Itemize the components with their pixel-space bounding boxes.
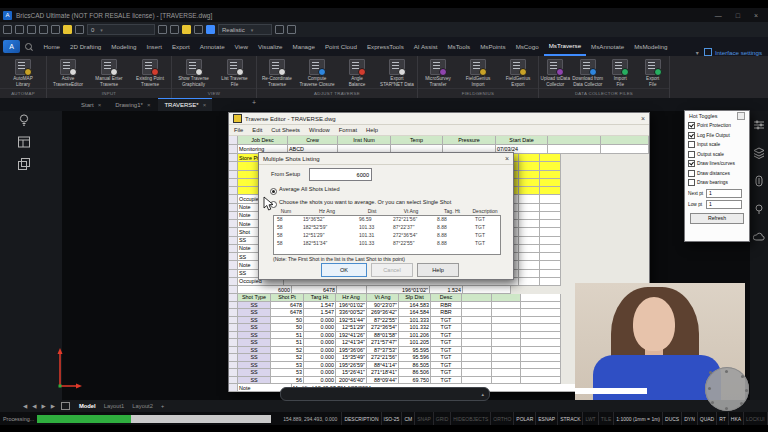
toggle-item[interactable]: Log File Output [685,131,749,141]
status-toggle[interactable]: DYN [681,412,697,425]
checkbox-icon[interactable] [688,132,695,139]
open-file-icon[interactable] [15,25,24,34]
search-icon[interactable] [25,43,33,51]
ribbon-tab[interactable]: Point Cloud [320,37,361,56]
checkbox-icon[interactable] [688,151,695,158]
ok-button[interactable]: OK [321,263,367,277]
layers-stack-icon[interactable] [753,147,765,159]
document-tab[interactable]: TRAVERSE* × [158,98,212,112]
layer-state-icon[interactable] [158,25,167,34]
prev-tab-icon[interactable]: ◀ [31,403,37,409]
status-toggle[interactable]: RT [716,412,728,425]
menu-item[interactable]: File [234,127,243,133]
cloud-icon[interactable] [753,231,765,243]
save-icon[interactable] [27,25,36,34]
ribbon-tab[interactable]: MsModeling [630,37,672,56]
status-toggle[interactable]: TILE [598,412,614,425]
layout-tab[interactable]: Layout1 [100,403,129,409]
refresh-button[interactable]: Refresh [690,213,744,224]
toggle-item[interactable]: Draw distances [685,169,749,179]
expand-command-icon[interactable]: ▴ [481,391,489,397]
next-pt-input[interactable]: 1 [706,189,742,198]
multiple-shots-titlebar[interactable]: Multiple Shots Listing × [259,153,513,165]
render-light-icon[interactable] [753,203,765,215]
menu-item[interactable]: Cut Sheets [271,127,300,133]
properties-sliders-icon[interactable] [753,119,765,131]
average-all-label[interactable]: Average All Shots Listed [279,186,340,192]
from-setup-input[interactable]: 6000 [309,168,372,181]
toggle-item[interactable]: Input scale [685,140,749,150]
undo-icon[interactable] [39,25,48,34]
attachments-icon[interactable] [753,175,765,187]
status-toggle[interactable]: LWT [582,412,597,425]
ribbon-button[interactable]: MicroSurveyTransfer [418,58,458,88]
choose-shots-label[interactable]: Choose the shots you want to average. Or… [279,199,451,205]
ribbon-button[interactable]: ExportSTAR*NET Data [377,58,417,88]
shots-list-row[interactable]: 58 15°36'52" 96.59 272°21'56" 8.88 TGT [274,216,500,224]
ribbon-tab[interactable]: ExpressTools [362,37,408,56]
ribbon-button[interactable]: Download fromData Collector [572,58,605,88]
shots-listbox[interactable]: 58 15°36'52" 96.59 272°21'56" 8.88 TGT 5… [273,215,501,255]
document-tab[interactable]: Start × [75,98,107,111]
checkbox-icon[interactable] [688,179,695,186]
ribbon-tab[interactable]: 2D Drafting [66,37,106,56]
view-cube-icon[interactable] [206,25,215,34]
ribbon-tab[interactable]: Export [167,37,194,56]
ribbon-tab[interactable]: Home [39,37,65,56]
ribbon-tab[interactable]: MsTools [443,37,475,56]
annotation-scale-icon[interactable] [194,25,203,34]
status-toggle[interactable]: POLAR [513,412,535,425]
close-icon[interactable]: × [641,115,645,122]
ribbon-button[interactable]: Manual EnterTraverse [89,58,130,88]
status-toggle[interactable]: STRACK [557,412,582,425]
menu-item[interactable]: Edit [252,127,262,133]
sun-icon[interactable] [182,25,191,34]
status-toggle[interactable]: ORTHO [490,412,513,425]
ribbon-button[interactable]: ImportFile [604,58,637,88]
command-line-bar[interactable]: ▴ [280,387,490,401]
ribbon-tab[interactable]: MsCogo [511,37,543,56]
app-menu-button[interactable]: A [3,40,20,53]
close-tab-icon[interactable]: × [147,102,151,108]
ribbon-tab[interactable]: AI Assist [409,37,442,56]
status-toggle[interactable]: DUCS [662,412,681,425]
status-toggle[interactable]: CM [401,412,414,425]
visual-style-dropdown[interactable]: Realistic▾ [218,24,272,35]
status-toggle[interactable]: ISO-25 [381,412,402,425]
ribbon-button[interactable]: List TraverseFile [214,58,255,88]
close-icon[interactable]: × [754,12,758,19]
average-all-radio[interactable] [270,188,277,195]
tabs-overflow-icon[interactable]: ▾ [696,49,699,56]
ribbon-tab[interactable]: MsPoints [476,37,510,56]
toggle-item[interactable]: Point Protection [685,121,749,131]
ribbon-button[interactable]: ExportFile [637,58,670,88]
toggle-item[interactable]: Output scale [685,150,749,160]
ribbon-tab[interactable]: MsTraverse [544,37,585,56]
ribbon-tab[interactable]: Manage [288,37,319,56]
menu-item[interactable]: Format [339,127,357,133]
layer-dropdown[interactable]: 0▾ [87,24,155,35]
print-icon[interactable] [75,25,84,34]
sheet-set-icon[interactable] [61,402,70,410]
menu-item[interactable]: Window [309,127,330,133]
last-tab-icon[interactable]: ▶ [50,403,56,409]
hot-toggles-titlebar[interactable]: Hot Toggles [685,111,749,121]
low-pt-input[interactable]: 1 [706,200,742,209]
ribbon-button[interactable]: Upload toDataCollector [539,58,572,88]
ribbon-button[interactable]: ComputeTraverse Closure [297,58,337,88]
menu-item[interactable]: Help [366,127,378,133]
lighting-icon[interactable] [63,25,72,34]
toggle-item[interactable]: Draw lines/curves [685,159,749,169]
status-toggle[interactable]: GRID [433,412,451,425]
interface-settings-button[interactable]: Interface settings [704,48,762,56]
shots-list-row[interactable]: 58 12°51'29" 101.31 272°36'54" 8.88 TGT [274,232,500,240]
ribbon-button[interactable]: AutoMAPLibrary [3,58,44,88]
layout-tab[interactable]: Layout2 [128,403,157,409]
redo-icon[interactable] [51,25,60,34]
minimize-icon[interactable]: — [715,12,722,19]
pin-icon[interactable] [737,112,745,120]
selection-icon[interactable] [170,25,179,34]
traverse-editor-titlebar[interactable]: Traverse Editor - TRAVERSE.dwg × [229,113,649,125]
checkbox-icon[interactable] [688,141,695,148]
document-tab[interactable]: Drawing1* × [109,98,156,111]
